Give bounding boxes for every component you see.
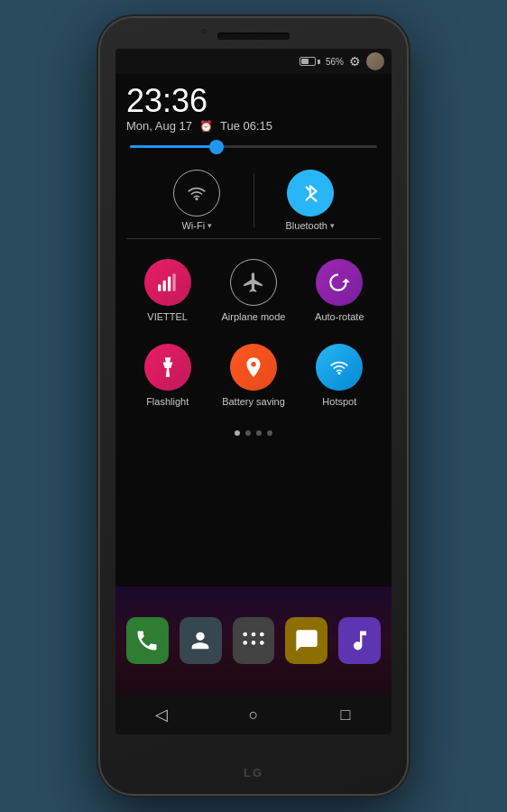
clock-display: 23:36 <box>126 85 381 117</box>
bluetooth-circle[interactable] <box>287 170 334 217</box>
date-row: Mon, Aug 17 ⏰ Tue 06:15 <box>126 119 381 133</box>
hotspot-icon <box>316 344 363 391</box>
battery-percentage: 56% <box>326 57 344 67</box>
hotspot-wifi-icon <box>327 355 351 379</box>
dot-4 <box>267 430 272 436</box>
app-launcher[interactable] <box>233 617 275 664</box>
brightness-thumb[interactable] <box>209 140 224 154</box>
battery-saving-label: Battery saving <box>222 396 285 407</box>
brightness-track[interactable] <box>130 145 377 148</box>
viettel-label: VIETTEL <box>147 311 188 322</box>
home-app-dock <box>115 586 392 695</box>
flashlight-circle <box>144 344 191 391</box>
alarm-time: Tue 06:15 <box>220 119 272 133</box>
alarm-icon: ⏰ <box>199 120 213 133</box>
battery-body <box>300 57 316 66</box>
bluetooth-icon <box>299 181 322 205</box>
airplane-label: Airplane mode <box>222 311 286 322</box>
lg-branding: LG <box>244 766 263 780</box>
hotspot-label: Hotspot <box>322 396 356 407</box>
rotate-icon <box>327 271 351 294</box>
bluetooth-label: Bluetooth ▾ <box>286 220 335 231</box>
viettel-icon <box>144 259 191 306</box>
wifi-circle[interactable] <box>173 170 220 217</box>
svg-rect-3 <box>172 273 175 291</box>
quick-toggles-row: Wi-Fi ▾ Bluetooth ▾ <box>126 162 381 239</box>
contacts-app-icon <box>188 628 213 653</box>
apps-icon <box>241 628 266 653</box>
grid-item-airplane[interactable]: Airplane mode <box>212 250 294 331</box>
phone-screen: 56% ⚙ 23:36 Mon, Aug 17 ⏰ Tue 06:15 <box>115 49 392 734</box>
app-phone[interactable] <box>126 617 169 664</box>
home-button[interactable]: ○ <box>235 697 272 733</box>
svg-rect-0 <box>158 284 161 291</box>
phone-frame: 56% ⚙ 23:36 Mon, Aug 17 ⏰ Tue 06:15 <box>100 18 407 794</box>
brightness-row[interactable] <box>126 145 381 148</box>
dot-2 <box>245 430 251 436</box>
pin-icon <box>242 355 265 379</box>
airplane-icon <box>230 259 277 306</box>
bluetooth-chevron: ▾ <box>330 221 335 230</box>
quick-grid: VIETTEL Airplane mode <box>126 250 381 416</box>
grid-item-autorotate[interactable]: Auto-rotate <box>299 250 381 331</box>
app-messages[interactable] <box>285 617 327 664</box>
app-music[interactable] <box>338 617 381 664</box>
flashlight-label: Flashlight <box>146 396 189 407</box>
brightness-fill <box>130 145 217 148</box>
svg-rect-2 <box>168 277 171 291</box>
dot-1 <box>235 430 240 436</box>
battery-tip <box>318 60 320 64</box>
grid-item-hotspot[interactable]: Hotspot <box>299 335 381 416</box>
plane-icon <box>242 271 265 294</box>
wifi-toggle[interactable]: Wi-Fi ▾ <box>141 170 254 231</box>
battery-indicator <box>300 57 320 66</box>
wifi-label: Wi-Fi ▾ <box>181 220 212 231</box>
status-bar: 56% ⚙ <box>115 49 392 74</box>
wifi-chevron: ▾ <box>207 221 212 230</box>
page-dots <box>126 430 381 436</box>
phone-speaker <box>217 32 290 40</box>
autorotate-label: Auto-rotate <box>315 311 364 322</box>
battery-saving-icon <box>230 344 277 391</box>
phone-camera <box>199 27 208 36</box>
date-text: Mon, Aug 17 <box>126 119 192 133</box>
phone-app-icon <box>134 628 160 653</box>
battery-fill <box>301 59 309 64</box>
wifi-icon <box>185 181 208 205</box>
autorotate-icon <box>316 259 363 306</box>
grid-item-flashlight[interactable]: Flashlight <box>126 335 208 416</box>
svg-rect-1 <box>162 281 165 291</box>
back-button[interactable]: ◁ <box>143 697 180 733</box>
avatar[interactable] <box>366 52 384 70</box>
messages-app-icon <box>294 628 319 653</box>
grid-item-viettel[interactable]: VIETTEL <box>126 250 208 331</box>
app-contacts[interactable] <box>180 617 222 664</box>
nav-bar: ◁ ○ □ <box>115 695 392 734</box>
settings-icon[interactable]: ⚙ <box>349 54 361 69</box>
notification-panel: 23:36 Mon, Aug 17 ⏰ Tue 06:15 <box>115 74 392 586</box>
bluetooth-toggle[interactable]: Bluetooth ▾ <box>254 170 367 231</box>
dot-3 <box>256 430 262 436</box>
recent-button[interactable]: □ <box>327 697 364 733</box>
flashlight-icon <box>156 355 180 379</box>
signal-icon <box>156 271 180 294</box>
grid-item-battery[interactable]: Battery saving <box>212 335 294 416</box>
music-app-icon <box>347 628 373 653</box>
